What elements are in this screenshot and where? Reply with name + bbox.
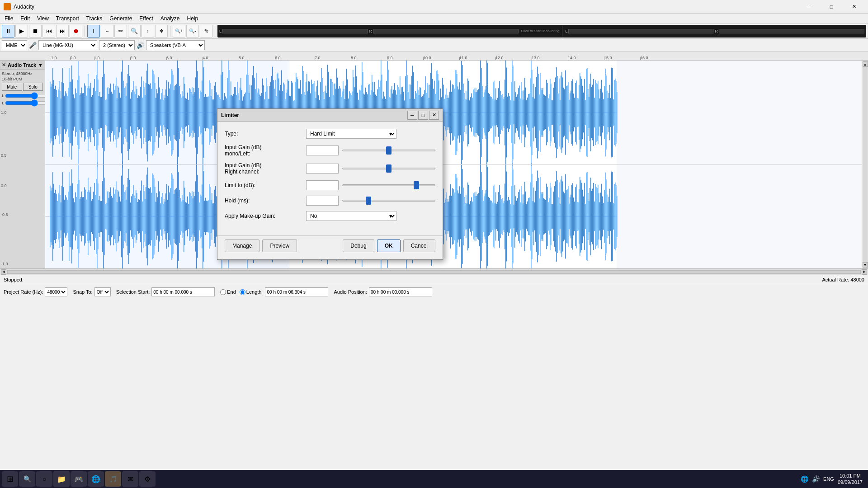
host-select[interactable]: MME bbox=[2, 40, 27, 50]
output-device-select[interactable]: Speakers (VB-A bbox=[146, 40, 205, 50]
selection-end-input[interactable] bbox=[265, 287, 328, 296]
input-gain-right-input[interactable]: 0.00 bbox=[306, 164, 339, 174]
type-select[interactable]: Hard Limit Soft Limit Clipping bbox=[306, 129, 396, 139]
zoom-tool[interactable]: 🔍 bbox=[128, 25, 141, 38]
skip-back-button[interactable]: ⏮ bbox=[42, 25, 55, 38]
waveform-area[interactable] bbox=[45, 61, 862, 268]
dialog-close-button[interactable]: ✕ bbox=[429, 111, 439, 120]
start-button[interactable]: ⊞ bbox=[2, 471, 18, 487]
end-radio-label[interactable]: End bbox=[220, 289, 236, 295]
makeup-select[interactable]: No Yes bbox=[306, 211, 396, 221]
menu-tracks[interactable]: Tracks bbox=[83, 14, 106, 23]
input-gain-left-slider-track bbox=[342, 150, 435, 151]
v-scrollbar[interactable]: ▲ ▼ bbox=[862, 61, 868, 268]
maximize-button[interactable]: □ bbox=[821, 0, 842, 14]
scroll-right-button[interactable]: ► bbox=[862, 269, 867, 275]
dialog-title-controls: ─ □ ✕ bbox=[407, 111, 439, 120]
menu-view[interactable]: View bbox=[33, 14, 52, 23]
input-gain-left-input[interactable]: 0.00 bbox=[306, 145, 339, 155]
input-device-select[interactable]: Line (MG-XU) bbox=[38, 40, 97, 50]
record-button[interactable]: ⏺ bbox=[70, 25, 82, 38]
pan-l-label: L bbox=[2, 101, 4, 105]
limit-slider-track bbox=[342, 184, 435, 186]
menu-effect[interactable]: Effect bbox=[136, 14, 156, 23]
scroll-left-button[interactable]: ◄ bbox=[1, 269, 6, 275]
project-rate-select[interactable]: 48000 44100 bbox=[45, 287, 67, 296]
end-length-group: End Length bbox=[220, 287, 328, 296]
stop-button[interactable]: ⏹ bbox=[29, 25, 42, 38]
audio-pos-input[interactable] bbox=[369, 287, 432, 296]
select-tool[interactable]: I bbox=[87, 25, 100, 38]
debug-button[interactable]: Debug bbox=[343, 239, 374, 252]
taskbar-files[interactable]: 📁 bbox=[53, 471, 70, 487]
solo-button[interactable]: Solo bbox=[23, 83, 43, 91]
menu-file[interactable]: File bbox=[1, 14, 17, 23]
length-radio[interactable] bbox=[240, 289, 245, 295]
taskbar-browser[interactable]: 🌐 bbox=[88, 471, 104, 487]
minimize-button[interactable]: ─ bbox=[798, 0, 819, 14]
selection-start-input[interactable] bbox=[151, 287, 215, 296]
title-controls: ─ □ ✕ bbox=[798, 0, 864, 14]
fit-view-button[interactable]: fit bbox=[200, 25, 212, 38]
menu-generate[interactable]: Generate bbox=[106, 14, 136, 23]
menu-analyze[interactable]: Analyze bbox=[157, 14, 184, 23]
zoom-in-button[interactable]: 🔍+ bbox=[173, 25, 185, 38]
status-left: Stopped. bbox=[4, 277, 24, 282]
scroll-down-button[interactable]: ▼ bbox=[863, 262, 868, 267]
envelope-tool[interactable]: ↔ bbox=[101, 25, 113, 38]
end-radio[interactable] bbox=[220, 289, 226, 295]
menu-help[interactable]: Help bbox=[184, 14, 202, 23]
hold-slider-thumb[interactable] bbox=[366, 197, 371, 205]
manage-button[interactable]: Manage bbox=[225, 239, 259, 252]
taskbar-audacity[interactable]: 🎵 bbox=[105, 471, 121, 487]
track-menu-icon[interactable]: ▼ bbox=[38, 62, 43, 68]
hold-slider-container bbox=[342, 196, 435, 206]
draw-tool[interactable]: ✏ bbox=[114, 25, 127, 38]
taskbar-cortana[interactable]: ○ bbox=[36, 471, 52, 487]
taskbar-settings[interactable]: ⚙ bbox=[139, 471, 156, 487]
mute-button[interactable]: Mute bbox=[2, 83, 22, 91]
length-radio-label[interactable]: Length bbox=[240, 289, 262, 295]
cancel-button[interactable]: Cancel bbox=[403, 239, 435, 252]
selection-start-label: Selection Start: bbox=[116, 289, 150, 295]
channels-select[interactable]: 2 (Stereo) bbox=[99, 40, 135, 50]
ok-button[interactable]: OK bbox=[377, 239, 401, 252]
multi-tool[interactable]: ✤ bbox=[155, 25, 168, 38]
play-button[interactable]: ▶ bbox=[15, 25, 28, 38]
snap-select[interactable]: Off On bbox=[94, 287, 111, 296]
scale-0-5: 0.5 bbox=[1, 153, 7, 158]
snap-label: Snap To: bbox=[73, 289, 92, 295]
speaker-icon: 🔊 bbox=[137, 42, 144, 49]
separator-4 bbox=[562, 26, 562, 37]
timeshift-tool[interactable]: ↕ bbox=[142, 25, 154, 38]
device-bar: MME 🎤 Line (MG-XU) 2 (Stereo) 🔊 Speakers… bbox=[0, 39, 868, 52]
preview-button[interactable]: Preview bbox=[262, 239, 297, 252]
h-scrollbar[interactable]: ◄ ► bbox=[0, 268, 868, 275]
status-bar: Project Rate (Hz): 48000 44100 Snap To: … bbox=[0, 284, 868, 300]
close-button[interactable]: ✕ bbox=[844, 0, 864, 14]
hold-input[interactable]: 10.00 bbox=[306, 196, 339, 206]
limit-input[interactable]: -2.00 bbox=[306, 180, 339, 190]
input-gain-right-slider-thumb[interactable] bbox=[386, 164, 392, 173]
zoom-out-button[interactable]: 🔍- bbox=[186, 25, 199, 38]
menu-bar: File Edit View Transport Tracks Generate… bbox=[0, 14, 868, 23]
taskbar-steam[interactable]: 🎮 bbox=[71, 471, 87, 487]
taskbar-search[interactable]: 🔍 bbox=[19, 471, 35, 487]
dialog-maximize-button[interactable]: □ bbox=[418, 111, 428, 120]
dialog-body: Type: Hard Limit Soft Limit Clipping ▼ I… bbox=[217, 122, 443, 234]
menu-edit[interactable]: Edit bbox=[17, 14, 33, 23]
monitoring-label[interactable]: Click to Start Monitoring bbox=[521, 29, 560, 33]
separator-2 bbox=[170, 26, 170, 37]
scroll-up-button[interactable]: ▲ bbox=[863, 61, 868, 67]
pause-button[interactable]: ⏸ bbox=[2, 25, 14, 38]
dialog-minimize-button[interactable]: ─ bbox=[407, 111, 417, 120]
input-gain-left-label: Input Gain (dB)mono/Left: bbox=[225, 144, 306, 157]
skip-fwd-button[interactable]: ⏭ bbox=[56, 25, 69, 38]
track-close-icon[interactable]: ✕ bbox=[2, 62, 6, 68]
input-gain-right-label: Input Gain (dB)Right channel: bbox=[225, 162, 306, 175]
type-row: Type: Hard Limit Soft Limit Clipping ▼ bbox=[225, 129, 435, 139]
input-gain-left-slider-thumb[interactable] bbox=[386, 146, 392, 155]
menu-transport[interactable]: Transport bbox=[52, 14, 83, 23]
limit-slider-thumb[interactable] bbox=[414, 181, 419, 189]
taskbar-mail[interactable]: ✉ bbox=[122, 471, 138, 487]
